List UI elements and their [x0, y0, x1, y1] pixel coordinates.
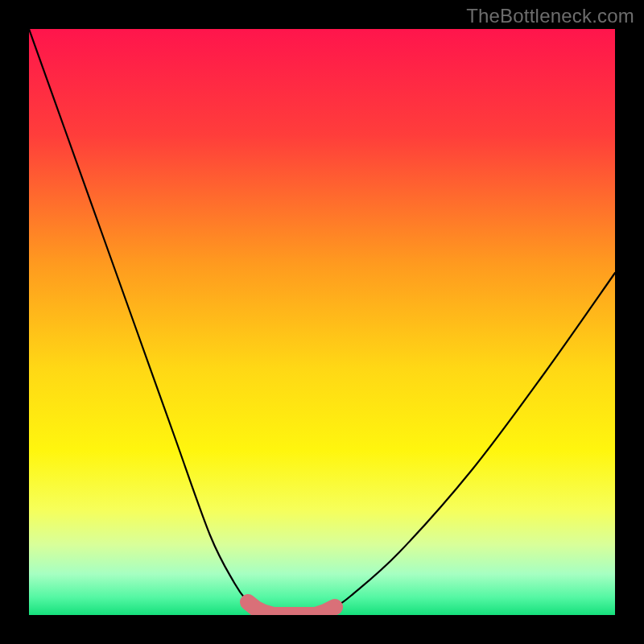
plot-area: [29, 29, 615, 615]
chart-frame: TheBottleneck.com: [0, 0, 644, 644]
watermark-text: TheBottleneck.com: [466, 5, 634, 27]
bottleneck-chart-svg: [29, 29, 615, 615]
gradient-background: [29, 29, 615, 615]
